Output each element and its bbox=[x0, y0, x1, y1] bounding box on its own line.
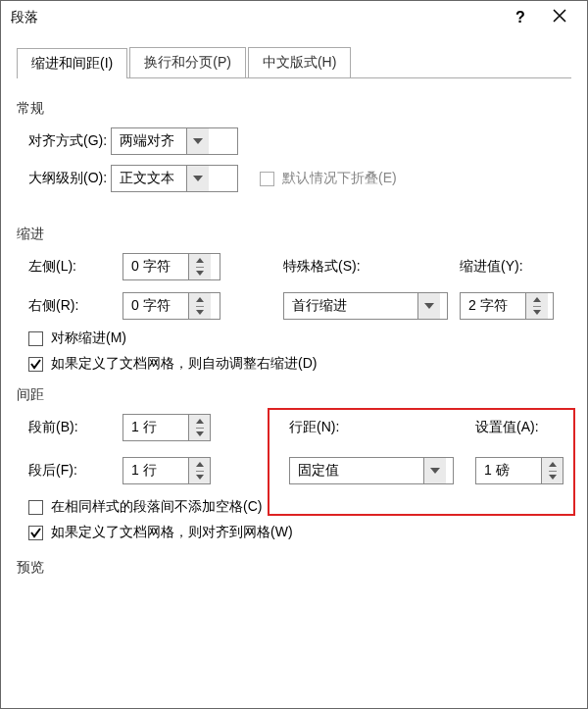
tab-indent-spacing[interactable]: 缩进和间距(I) bbox=[17, 48, 127, 78]
indent-left-label: 左侧(L): bbox=[17, 258, 122, 276]
line-spacing-value: 固定值 bbox=[290, 458, 423, 483]
indent-by-spinner[interactable]: 2 字符 bbox=[460, 292, 554, 320]
no-space-same-style-label: 在相同样式的段落间不添加空格(C) bbox=[51, 498, 262, 516]
dialog-title: 段落 bbox=[11, 9, 501, 26]
snap-to-grid-label: 如果定义了文档网格，则对齐到网格(W) bbox=[51, 524, 293, 541]
special-format-label: 特殊格式(S): bbox=[283, 258, 430, 276]
titlebar: 段落 ? bbox=[1, 1, 587, 34]
snap-to-grid-checkbox[interactable] bbox=[28, 526, 43, 540]
indent-right-value: 0 字符 bbox=[123, 293, 188, 319]
line-spacing-label: 行距(N): bbox=[289, 419, 464, 436]
spinner-buttons-icon bbox=[541, 458, 563, 483]
paragraph-dialog: 段落 ? 缩进和间距(I) 换行和分页(P) 中文版式(H) 常规 对齐方式(G… bbox=[0, 0, 588, 709]
section-general: 常规 bbox=[17, 100, 571, 118]
mirror-indent-label: 对称缩进(M) bbox=[51, 329, 126, 347]
close-icon bbox=[553, 9, 566, 26]
spinner-buttons-icon bbox=[525, 293, 548, 319]
indent-right-spinner[interactable]: 0 字符 bbox=[122, 292, 220, 320]
section-spacing: 间距 bbox=[17, 386, 571, 404]
space-after-spinner[interactable]: 1 行 bbox=[122, 457, 211, 484]
dialog-content: 缩进和间距(I) 换行和分页(P) 中文版式(H) 常规 对齐方式(G): 两端… bbox=[1, 34, 587, 577]
chevron-down-icon bbox=[417, 293, 440, 319]
close-button[interactable] bbox=[540, 5, 579, 30]
spinner-buttons-icon bbox=[188, 293, 211, 319]
indent-by-value: 2 字符 bbox=[461, 293, 525, 319]
spacing-at-spinner[interactable]: 1 磅 bbox=[475, 457, 564, 484]
space-before-label: 段前(B): bbox=[17, 419, 122, 436]
spinner-buttons-icon bbox=[188, 254, 211, 279]
special-format-select[interactable]: 首行缩进 bbox=[283, 292, 448, 320]
chevron-down-icon bbox=[186, 166, 209, 191]
tab-strip: 缩进和间距(I) 换行和分页(P) 中文版式(H) bbox=[17, 44, 571, 78]
special-format-value: 首行缩进 bbox=[284, 293, 417, 319]
collapse-label: 默认情况下折叠(E) bbox=[282, 170, 397, 187]
tab-line-page[interactable]: 换行和分页(P) bbox=[129, 47, 246, 77]
tab-cjk-layout[interactable]: 中文版式(H) bbox=[248, 47, 351, 77]
indent-right-label: 右侧(R): bbox=[17, 297, 122, 315]
spacing-at-value: 1 磅 bbox=[476, 458, 541, 483]
spinner-buttons-icon bbox=[188, 458, 210, 483]
spacing-at-label: 设置值(A): bbox=[475, 419, 573, 436]
help-button[interactable]: ? bbox=[501, 5, 540, 30]
space-before-value: 1 行 bbox=[123, 415, 188, 440]
indent-by-label: 缩进值(Y): bbox=[460, 258, 558, 276]
space-before-spinner[interactable]: 1 行 bbox=[122, 414, 211, 441]
chevron-down-icon bbox=[423, 458, 446, 483]
outline-select[interactable]: 正文文本 bbox=[111, 165, 238, 192]
auto-adjust-right-indent-label: 如果定义了文档网格，则自动调整右缩进(D) bbox=[51, 355, 317, 373]
space-after-value: 1 行 bbox=[123, 458, 188, 483]
alignment-select[interactable]: 两端对齐 bbox=[111, 127, 238, 155]
mirror-indent-checkbox[interactable] bbox=[28, 331, 43, 346]
chevron-down-icon bbox=[186, 128, 209, 154]
spinner-buttons-icon bbox=[188, 415, 210, 440]
indent-left-value: 0 字符 bbox=[123, 254, 188, 279]
line-spacing-select[interactable]: 固定值 bbox=[289, 457, 454, 484]
no-space-same-style-checkbox[interactable] bbox=[28, 500, 43, 515]
outline-label: 大纲级别(O): bbox=[17, 170, 111, 187]
spacing-area: 段前(B): 1 行 行距(N): 设置值(A): 段后(F): 1 行 bbox=[17, 414, 571, 484]
indent-grid: 左侧(L): 0 字符 特殊格式(S): 缩进值(Y): 右侧(R): 0 字符 bbox=[17, 253, 571, 320]
space-after-label: 段后(F): bbox=[17, 462, 122, 480]
alignment-value: 两端对齐 bbox=[112, 128, 186, 154]
section-preview: 预览 bbox=[17, 559, 571, 577]
spacing-grid: 段前(B): 1 行 行距(N): 设置值(A): 段后(F): 1 行 bbox=[17, 414, 571, 484]
section-indent: 缩进 bbox=[17, 226, 571, 243]
outline-value: 正文文本 bbox=[112, 166, 186, 191]
collapse-checkbox bbox=[260, 172, 274, 186]
auto-adjust-right-indent-checkbox[interactable] bbox=[28, 357, 43, 372]
indent-left-spinner[interactable]: 0 字符 bbox=[122, 253, 220, 280]
alignment-label: 对齐方式(G): bbox=[17, 132, 111, 150]
